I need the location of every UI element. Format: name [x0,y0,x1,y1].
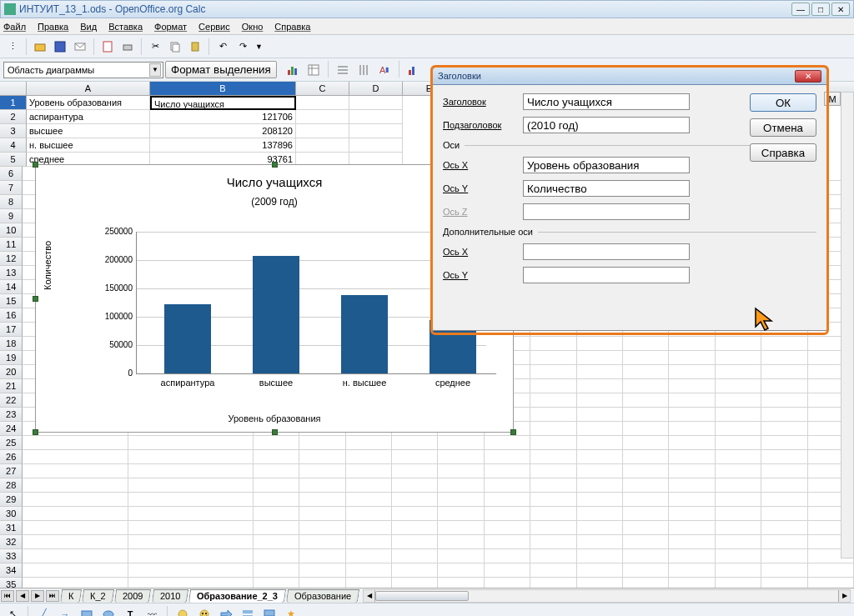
cell-selected[interactable]: Число учащихся [150,96,296,110]
row-header[interactable]: 18 [0,337,23,351]
vertical-scrollbar[interactable] [841,92,854,558]
menu-help[interactable]: Справка [274,22,310,32]
cell[interactable] [716,578,761,588]
input-axis-y[interactable] [523,180,690,197]
cell[interactable] [346,507,392,521]
text-icon[interactable]: T [121,605,139,617]
cell[interactable] [716,563,761,578]
cell[interactable] [485,507,530,521]
open-icon[interactable] [31,38,49,56]
col-header-M[interactable]: M [824,92,841,106]
cell[interactable] [669,578,715,588]
tab-nav-first[interactable]: ⏮ [1,590,14,602]
cell[interactable]: высшее [27,124,150,138]
cell[interactable] [530,365,576,379]
sheet-tab[interactable]: 2009 [114,589,152,603]
horizontal-scrollbar[interactable]: ◀ ▶ [363,589,851,603]
row-header[interactable]: 34 [0,563,23,578]
cell[interactable] [254,549,299,563]
cell[interactable] [623,337,669,351]
cell[interactable] [23,450,128,464]
cell[interactable] [23,507,128,521]
cell[interactable] [299,521,345,535]
print-icon[interactable] [118,38,137,56]
cell[interactable] [296,138,349,153]
cell[interactable] [299,563,345,578]
cell[interactable] [808,578,854,588]
shapes-icon[interactable] [173,605,192,617]
cell[interactable] [392,521,438,535]
cell[interactable] [577,507,623,521]
cell[interactable] [577,337,623,351]
row-header[interactable]: 21 [0,379,23,393]
row-header[interactable]: 13 [0,266,23,280]
row-header[interactable]: 14 [0,280,23,294]
cell[interactable] [577,464,623,478]
name-box[interactable]: Область диаграммы ▼ [3,62,163,78]
col-header-D[interactable]: D [349,82,403,95]
legend-icon[interactable]: A▮ [375,61,394,79]
input-axis-x[interactable] [523,157,690,173]
cell[interactable] [669,365,715,379]
cell[interactable] [349,96,403,110]
cell[interactable] [716,422,761,436]
save-icon[interactable] [51,38,69,56]
cell[interactable] [716,478,761,493]
cell[interactable] [392,478,438,493]
cell[interactable] [808,563,854,578]
input-title[interactable] [523,93,690,110]
cell[interactable] [761,408,807,422]
undo-icon[interactable]: ↶ [214,38,232,56]
cell[interactable] [623,351,669,365]
row-header[interactable]: 27 [0,464,23,478]
row-header[interactable]: 26 [0,450,23,464]
cell[interactable] [23,436,128,450]
row-header[interactable]: 23 [0,408,23,422]
cell[interactable] [761,365,807,379]
cell[interactable] [299,450,345,464]
row-header[interactable]: 24 [0,422,23,436]
cell[interactable] [299,478,345,493]
cell[interactable] [438,464,484,478]
redo-icon[interactable]: ↷ [234,38,252,56]
cell[interactable] [438,563,484,578]
cell[interactable]: 121706 [150,110,296,124]
cell[interactable] [346,563,392,578]
cell[interactable] [438,507,484,521]
cell[interactable] [623,450,669,464]
cell[interactable] [761,393,807,408]
cell[interactable] [299,549,345,563]
cell[interactable] [346,493,392,507]
cell[interactable]: 137896 [150,138,296,153]
cell[interactable] [761,578,807,588]
cell[interactable] [669,563,715,578]
cell[interactable] [761,493,807,507]
rect-icon[interactable] [78,605,96,617]
cell[interactable] [346,521,392,535]
cell[interactable] [623,408,669,422]
cell[interactable] [485,436,530,450]
cell[interactable]: аспирантура [27,110,150,124]
cell[interactable] [669,379,715,393]
cell[interactable] [623,393,669,408]
line-icon[interactable]: ╱ [34,605,53,617]
cell[interactable] [530,351,576,365]
cell[interactable] [530,478,576,493]
cell[interactable] [530,422,576,436]
cell[interactable] [577,408,623,422]
dropdown-icon[interactable]: ▼ [149,63,161,77]
copy-icon[interactable] [166,38,184,56]
cell[interactable] [623,436,669,450]
row-header[interactable]: 15 [0,294,23,308]
cell[interactable] [23,521,128,535]
cell[interactable] [299,578,345,588]
curve-icon[interactable]: 〰 [143,605,161,617]
cell[interactable] [254,450,299,464]
export-pdf-icon[interactable] [98,38,117,56]
row-header[interactable]: 10 [0,223,23,238]
cell[interactable] [530,450,576,464]
cell[interactable] [761,450,807,464]
cell[interactable] [716,337,761,351]
cell[interactable] [577,535,623,549]
cell[interactable] [716,393,761,408]
